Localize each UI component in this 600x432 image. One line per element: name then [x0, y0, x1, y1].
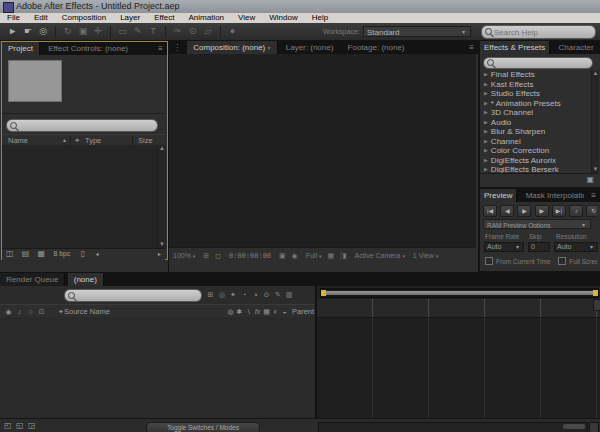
pen-tool[interactable]: ✎	[131, 23, 144, 39]
expand-icon[interactable]: ▶	[484, 100, 488, 106]
audio-toggle-button[interactable]: ♪	[569, 205, 583, 217]
shape-tool[interactable]: ▭	[116, 23, 129, 39]
project-search-box[interactable]	[6, 119, 158, 132]
new-animation-preset-button[interactable]: ▣	[586, 175, 594, 184]
timeline-zoom-button[interactable]	[589, 422, 599, 432]
tab-layer[interactable]: Layer: (none)	[280, 41, 340, 54]
skip-field[interactable]: 0	[528, 242, 550, 252]
tab-footage[interactable]: Footage: (none)	[342, 41, 411, 54]
panel-menu-icon[interactable]: ≡	[587, 189, 600, 202]
effects-category[interactable]: ▶Color Correction	[480, 146, 591, 156]
play-button[interactable]: ▶	[517, 205, 531, 217]
menu-effect[interactable]: Effect	[147, 13, 181, 23]
tab-preview[interactable]: Preview	[480, 189, 517, 202]
expand-layer-switches-button[interactable]: ◰	[4, 421, 12, 430]
menu-animation[interactable]: Animation	[181, 13, 231, 23]
magnification-dropdown[interactable]: 100% ▾	[173, 252, 195, 259]
title-bar[interactable]: Adobe After Effects - Untitled Project.a…	[0, 0, 600, 13]
puppet-tool[interactable]: ●	[226, 23, 239, 39]
expand-icon[interactable]: ▶	[484, 138, 488, 144]
work-area-bar[interactable]	[320, 288, 599, 298]
clone-stamp-tool[interactable]: ⊙	[186, 23, 199, 39]
scrollbar-thumb[interactable]	[563, 424, 585, 429]
panel-menu-icon[interactable]: ≡	[154, 42, 167, 55]
expand-icon[interactable]: ▶	[484, 90, 488, 96]
search-help-box[interactable]	[481, 25, 596, 39]
menu-help[interactable]: Help	[305, 13, 335, 23]
graph-editor-icon[interactable]: ▥	[285, 291, 294, 299]
expand-icon[interactable]: ▶	[484, 119, 488, 125]
tab-project[interactable]: Project	[2, 42, 40, 55]
pan-behind-tool[interactable]: ✛	[92, 23, 105, 39]
timeline-search-input[interactable]	[65, 290, 201, 301]
delete-button[interactable]: ▯	[73, 249, 85, 258]
safe-zones-button[interactable]: ⊞	[197, 252, 209, 259]
scroll-down-icon[interactable]: ▼	[158, 241, 166, 248]
show-channel-button[interactable]: ◉	[288, 252, 298, 259]
menu-composition[interactable]: Composition	[55, 13, 113, 23]
full-screen-checkbox[interactable]	[558, 257, 566, 265]
brainstorm-icon[interactable]: ⊙	[262, 291, 271, 299]
eraser-tool[interactable]: ▱	[202, 23, 215, 39]
region-of-interest-button[interactable]: ▦	[323, 252, 334, 259]
layer-list-area[interactable]	[0, 317, 315, 418]
expand-icon[interactable]: ▶	[484, 157, 488, 163]
horizontal-scrollbar[interactable]	[318, 422, 588, 432]
menu-file[interactable]: File	[0, 13, 27, 23]
resolution-dropdown[interactable]: Full ▾	[300, 252, 322, 259]
next-frame-button[interactable]: ▶	[535, 205, 549, 217]
comp-marker-button[interactable]	[593, 299, 600, 311]
tab-timeline-comp[interactable]: (none)	[68, 273, 104, 286]
frame-rate-dropdown[interactable]: Auto▾	[484, 242, 524, 252]
selection-tool[interactable]: ►	[6, 23, 19, 39]
from-current-time-checkbox[interactable]	[485, 257, 493, 265]
expand-icon[interactable]: ▶	[484, 109, 488, 115]
scroll-up-icon[interactable]: ▲	[158, 145, 166, 152]
work-area-end-handle[interactable]	[593, 290, 598, 296]
toggle-switches-modes-button[interactable]: Toggle Switches / Modes	[146, 422, 260, 432]
project-scrollbar[interactable]: ▲ ▼	[157, 145, 166, 248]
track-area[interactable]	[317, 318, 600, 418]
expand-icon[interactable]: ▶	[484, 128, 488, 134]
live-update-icon[interactable]: ⊞	[206, 291, 215, 299]
effects-category[interactable]: ▶Final Effects	[480, 70, 591, 80]
timeline-search-box[interactable]	[64, 289, 202, 302]
effects-scrollbar[interactable]: ▲ ▼	[591, 70, 599, 173]
brush-tool[interactable]: ✑	[171, 23, 184, 39]
previous-frame-button[interactable]: ◀	[500, 205, 514, 217]
motion-blur-enable-icon[interactable]: ◑	[251, 291, 260, 298]
effects-search-input[interactable]	[484, 58, 592, 68]
composition-viewer[interactable]	[169, 54, 476, 247]
scroll-right-icon[interactable]: ▸	[158, 249, 161, 259]
new-folder-button[interactable]: ▤	[16, 249, 30, 258]
effects-category[interactable]: ▶DigiEffects Aurorix	[480, 156, 591, 166]
camera-tool[interactable]: ▣	[76, 23, 89, 39]
draft-3d-icon[interactable]: ◎	[217, 291, 226, 299]
tab-mask-interpolation[interactable]: Mask Interpolation	[520, 189, 584, 202]
time-ruler[interactable]	[317, 299, 600, 318]
expand-transfer-controls-button[interactable]: ◱	[16, 421, 24, 430]
snapshot-button[interactable]: ▣	[273, 252, 286, 259]
tab-composition[interactable]: Composition: (none) ▾	[187, 41, 277, 54]
view-layout-dropdown[interactable]: 1 View ▾	[407, 252, 438, 259]
project-item-list[interactable]	[2, 145, 157, 248]
mask-visibility-button[interactable]: ◻	[211, 252, 221, 259]
resolution-dropdown-preview[interactable]: Auto▾	[554, 242, 598, 252]
menu-view[interactable]: View	[231, 13, 262, 23]
effects-category[interactable]: ▶3D Channel	[480, 108, 591, 118]
rotation-tool[interactable]: ↻	[61, 23, 74, 39]
tab-character[interactable]: Character	[552, 41, 594, 54]
panel-menu-icon[interactable]: ≡	[465, 41, 478, 54]
tab-effects-presets[interactable]: Effects & Presets	[480, 41, 550, 54]
effects-category[interactable]: ▶Studio Effects	[480, 89, 591, 99]
tab-render-queue[interactable]: Render Queue	[0, 273, 65, 286]
hand-tool[interactable]: ☛	[21, 23, 34, 39]
effects-category[interactable]: ▶Audio	[480, 118, 591, 128]
zoom-tool[interactable]: ◎	[37, 23, 50, 39]
effects-category[interactable]: ▶Channel	[480, 137, 591, 147]
effects-category[interactable]: ▶* Animation Presets	[480, 99, 591, 109]
scroll-left-icon[interactable]: ◂	[87, 251, 98, 257]
project-search-input[interactable]	[7, 120, 157, 131]
workspace-dropdown[interactable]: Standard▾	[363, 26, 471, 37]
menu-edit[interactable]: Edit	[27, 13, 55, 23]
